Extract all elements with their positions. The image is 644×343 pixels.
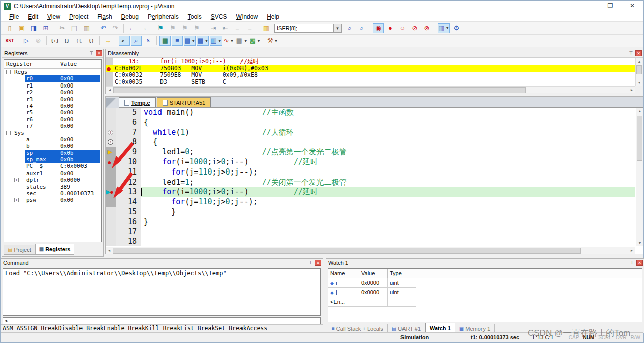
register-row-sp[interactable]: sp0x0b xyxy=(4,150,101,156)
editor-vscrollbar[interactable]: ▲ ▼ xyxy=(636,108,643,246)
editor-tab-startup.a51[interactable]: STARTUP.A51 xyxy=(157,97,211,107)
disassembly-window-button[interactable]: ⌕ xyxy=(131,36,142,46)
menu-view[interactable]: View xyxy=(43,12,65,21)
command-log[interactable]: Load "C:\\Users\\Administrator\\Desktop\… xyxy=(3,268,321,316)
watch-name-cell[interactable]: ◆i xyxy=(328,278,359,288)
code-line-8[interactable]: !8 { xyxy=(106,137,635,147)
chevron-down-icon[interactable]: ▼ xyxy=(334,24,342,33)
disassembly-vscrollbar[interactable]: ▲ ▼ xyxy=(635,58,642,86)
redo-button[interactable]: ↷ xyxy=(110,23,121,33)
close-icon[interactable]: ✕ xyxy=(315,260,321,266)
tab-registers[interactable]: ▦Registers xyxy=(35,244,75,255)
configure-tools-button[interactable]: ⚙ xyxy=(451,23,462,33)
watch-window-button[interactable]: ▤▼ xyxy=(184,36,196,46)
menu-window[interactable]: Window xyxy=(231,12,262,21)
bookmark-next-button[interactable]: ⚑ xyxy=(179,23,190,33)
code-line-17[interactable]: 17 xyxy=(106,227,635,237)
register-row-r3[interactable]: r30x00 xyxy=(4,96,101,103)
code-line-5[interactable]: 5void main() //主函数 xyxy=(106,108,635,118)
breakpoint-icon[interactable]: ● xyxy=(107,66,111,71)
navigate-back-button[interactable]: ← xyxy=(126,23,137,33)
menu-debug[interactable]: Debug xyxy=(117,12,143,21)
register-row-r0[interactable]: r00x00 xyxy=(4,75,101,82)
chevron-down-icon[interactable]: ▼ xyxy=(257,39,261,43)
step-over-button[interactable]: {} xyxy=(61,36,72,46)
watch-row[interactable]: ◆i0x0000uint xyxy=(328,278,642,288)
editor-tab-temp.c[interactable]: Temp.c xyxy=(119,97,156,107)
find-next-button[interactable]: ⌕ xyxy=(356,23,367,33)
disasm-instruction-line[interactable]: C:0x0032 7509E8 MOV 0x09,#0xE8 xyxy=(106,72,642,79)
watch-value-cell[interactable] xyxy=(359,297,388,307)
disassembly-hscrollbar[interactable]: ◄ ► xyxy=(106,86,635,93)
register-row-r7[interactable]: r70x00 xyxy=(4,123,101,129)
enable-disable-breakpoint-button[interactable]: ○ xyxy=(397,23,408,33)
navigate-forward-button[interactable]: → xyxy=(138,23,149,33)
register-row-sp_max[interactable]: sp_max0x0b xyxy=(4,156,101,163)
tab-watch-1[interactable]: Watch 1 xyxy=(425,323,455,333)
tab-project[interactable]: ▤Project xyxy=(4,245,35,255)
symbol-combo[interactable]: ISER[8];▼ xyxy=(274,24,342,33)
register-row-r5[interactable]: r50x00 xyxy=(4,109,101,116)
menu-flash[interactable]: Flash xyxy=(93,12,116,21)
register-row-PC[interactable]: PC $C:0x0003 xyxy=(4,163,101,169)
paste-button[interactable]: ▥ xyxy=(81,23,92,33)
command-window-button[interactable]: >_ xyxy=(119,36,130,46)
register-row-states[interactable]: states389 xyxy=(4,184,101,190)
register-row-a[interactable]: a0x00 xyxy=(4,136,101,143)
menu-tools[interactable]: Tools xyxy=(183,12,206,21)
code-line-18[interactable]: 18 xyxy=(106,237,635,246)
memory-window-button[interactable]: ▦▼ xyxy=(197,36,209,46)
register-row-Sys[interactable]: -Sys xyxy=(4,130,101,136)
tab-memory-1[interactable]: ▦Memory 1 xyxy=(455,324,495,333)
code-line-14[interactable]: 14 for(j=110;j>0;j--); xyxy=(106,197,635,207)
restore-button[interactable]: ❐ xyxy=(599,1,621,12)
bookmark-note-icon[interactable]: ! xyxy=(108,130,113,135)
pin-icon[interactable]: ⊤ xyxy=(307,260,314,266)
menu-peripherals[interactable]: Peripherals xyxy=(143,12,183,21)
code-line-7[interactable]: !7 while(1) //大循环 xyxy=(106,128,635,138)
save-button[interactable]: ◨ xyxy=(28,23,39,33)
disable-all-breakpoints-button[interactable]: ⊘ xyxy=(409,23,420,33)
menu-file[interactable]: File xyxy=(5,12,23,21)
analysis-window-button[interactable]: ∿▼ xyxy=(223,36,235,46)
new-file-button[interactable]: ▯ xyxy=(4,23,15,33)
code-line-16[interactable]: 16} xyxy=(106,217,635,227)
register-row-auxr1[interactable]: auxr10x00 xyxy=(4,170,101,177)
watch-name-cell[interactable]: <En... xyxy=(328,297,359,307)
disasm-instruction-line[interactable]: C:0x0035 D3 SETB C xyxy=(106,79,642,86)
tab-uart-1[interactable]: ▤UART #1 xyxy=(388,324,425,333)
pin-icon[interactable]: ⊤ xyxy=(628,50,634,56)
expand-icon[interactable]: + xyxy=(14,198,19,202)
insert-remove-breakpoint-button[interactable]: ● xyxy=(385,23,396,33)
close-icon[interactable]: ✕ xyxy=(96,50,102,56)
watch-row[interactable]: <En... xyxy=(328,297,642,307)
window-layout-button[interactable]: ▦▼ xyxy=(438,23,450,33)
bookmark-toggle-button[interactable]: ⚑ xyxy=(155,23,166,33)
close-icon[interactable]: ✕ xyxy=(635,50,642,56)
watch-row[interactable]: ◆j0x0000uint xyxy=(328,288,642,297)
step-out-button[interactable]: ({ xyxy=(73,36,85,46)
code-editor[interactable]: 5void main() //主函数6{!7 while(1) //大循环!8 … xyxy=(106,108,635,246)
menu-project[interactable]: Project xyxy=(65,12,93,21)
watch-value-cell[interactable]: 0x0000 xyxy=(359,278,388,288)
debug-toolbox-button[interactable]: ⚒▼ xyxy=(267,36,279,46)
tab-call-stack-locals[interactable]: ≡Call Stack + Locals xyxy=(328,324,388,333)
register-row-sec[interactable]: sec0.00010373 xyxy=(4,190,101,197)
command-input[interactable]: > xyxy=(3,317,321,325)
close-button[interactable]: ✕ xyxy=(621,1,643,12)
collapse-icon[interactable]: - xyxy=(6,70,11,74)
register-row-r4[interactable]: r40x00 xyxy=(4,103,101,109)
reset-cpu-button[interactable]: RST xyxy=(4,36,15,46)
code-line-13[interactable]: ▶●13 for(i=1000;i>0;i--) //延时 xyxy=(106,187,635,197)
disasm-source-line[interactable]: 13: for(i=1000;i>0;i--) //延时 xyxy=(106,58,642,65)
run-to-cursor-button[interactable]: {) xyxy=(86,36,97,46)
find-in-files-button[interactable]: ⌕ xyxy=(344,23,355,33)
expand-icon[interactable]: + xyxy=(14,178,19,182)
minimize-button[interactable]: — xyxy=(577,1,599,12)
breakpoint-icon[interactable]: ● xyxy=(107,158,111,166)
watch-type-cell[interactable] xyxy=(388,297,416,307)
disasm-instruction-line[interactable]: ●C:0x002F 750803 MOV i(0x08),#0x03 xyxy=(106,65,642,72)
menu-svcs[interactable]: SVCS xyxy=(206,12,232,21)
code-line-10[interactable]: ●10 for(i=1000;i>0;i--) //延时 xyxy=(106,157,635,167)
bookmark-previous-button[interactable]: ⚑ xyxy=(167,23,178,33)
